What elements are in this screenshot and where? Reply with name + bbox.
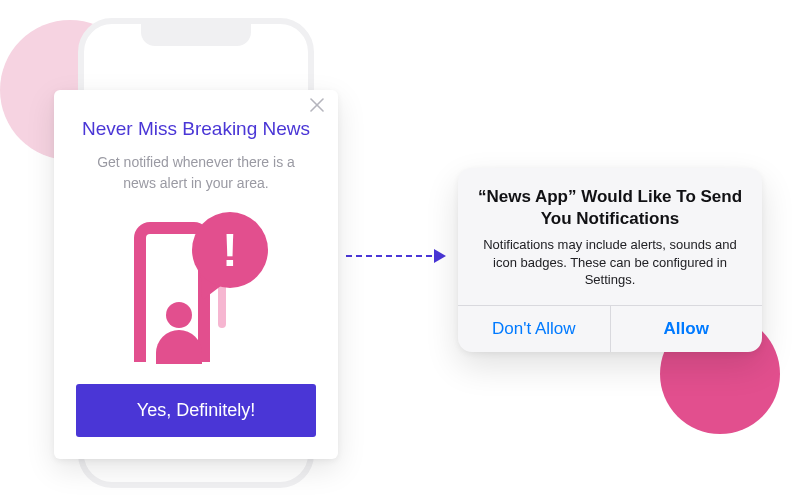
dont-allow-button[interactable]: Don't Allow (458, 306, 610, 352)
ios-alert-title: “News App” Would Like To Send You Notifi… (476, 186, 744, 230)
card-title: Never Miss Breaking News (76, 118, 316, 140)
illustration-alert-bubble-icon: ! (192, 212, 268, 288)
close-icon (310, 98, 324, 112)
flow-arrow-icon (346, 246, 446, 266)
ios-alert-buttons: Don't Allow Allow (458, 305, 762, 352)
card-subtitle: Get notified whenever there is a news al… (81, 152, 311, 194)
ios-alert-body: “News App” Would Like To Send You Notifi… (458, 168, 762, 305)
ios-permission-alert: “News App” Would Like To Send You Notifi… (458, 168, 762, 352)
accept-button[interactable]: Yes, Definitely! (76, 384, 316, 437)
illustration-exclamation-icon: ! (222, 227, 237, 273)
allow-button[interactable]: Allow (610, 306, 763, 352)
notification-illustration: ! (106, 212, 286, 362)
illustration-person-head-icon (166, 302, 192, 328)
close-button[interactable] (310, 98, 328, 116)
pre-permission-card: Never Miss Breaking News Get notified wh… (54, 90, 338, 459)
ios-alert-message: Notifications may include alerts, sounds… (476, 236, 744, 289)
phone-notch (141, 24, 251, 46)
